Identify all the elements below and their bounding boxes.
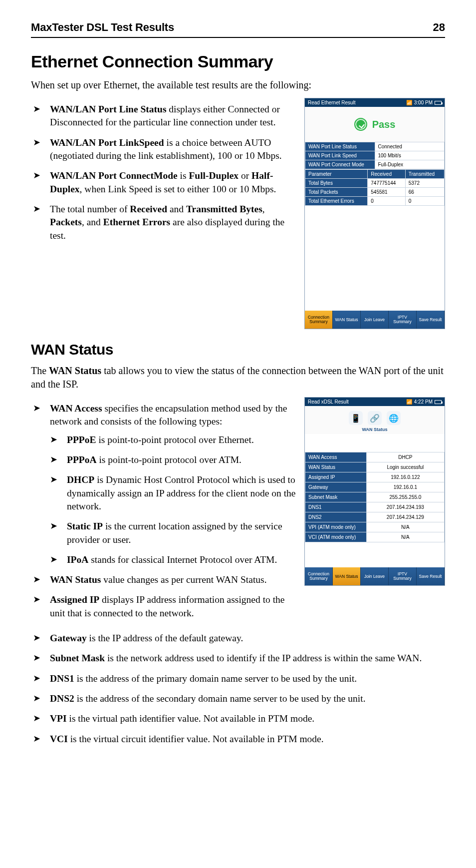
wan-status-intro: The WAN Status tab allows you to view th…	[31, 364, 445, 391]
tab-bar: Connection Summary WAN Status Join Leave…	[305, 567, 445, 585]
blank-area	[305, 206, 445, 311]
cell-key: DNS1	[305, 502, 367, 512]
cell-key: VCI (ATM mode only)	[305, 532, 367, 542]
cell-value: 66	[405, 188, 444, 197]
tab-wan-status[interactable]: WAN Status	[333, 567, 361, 585]
wan-status-label: WAN Status	[362, 427, 387, 432]
cell-key: Gateway	[305, 482, 367, 492]
table-row: Total Bytes7477751445372	[305, 179, 445, 188]
desc: is point-to-point protocol over Ethernet…	[96, 434, 254, 445]
stats-table: Parameter Received Transmitted Total Byt…	[305, 169, 445, 206]
term: Transmitted Bytes	[186, 204, 262, 214]
term: WAN/LAN Port Line Status	[50, 104, 166, 114]
list-item: WAN/LAN Port ConnectMode is Full-Duplex …	[31, 169, 298, 196]
term: Packets	[50, 217, 82, 227]
screenshot-titlebar: Read xDSL Result 📶 4:22 PM	[305, 398, 445, 406]
cell-key: WAN Port Link Speed	[305, 151, 375, 160]
table-row: DNS1207.164.234.193	[305, 502, 445, 512]
wan-access-sublist: PPPoE is point-to-point protocol over Et…	[50, 434, 298, 567]
term: Gateway	[50, 633, 87, 643]
tab-connection-summary[interactable]: Connection Summary	[305, 311, 333, 329]
term: DNS2	[50, 693, 74, 704]
wan-status-list-continued: Gateway is the IP address of the default…	[31, 632, 445, 746]
cell-key: WAN Port Connect Mode	[305, 160, 375, 169]
desc: is the virtual path identifier value. No…	[67, 713, 315, 724]
term: WAN/LAN Port LinkSpeed	[50, 137, 164, 148]
wan-status-screenshot: Read xDSL Result 📶 4:22 PM WAN Status	[304, 397, 445, 586]
desc: and	[167, 204, 186, 214]
screenshot-time: 4:22 PM	[414, 399, 433, 405]
tab-save-result[interactable]: Save Result	[417, 567, 445, 585]
screenshot-title: Read Ethernet Result	[308, 100, 356, 105]
cell-value: Login successful	[366, 462, 444, 472]
ethernet-summary-intro: When set up over Ethernet, the available…	[31, 78, 445, 92]
table-row: WAN Port Line StatusConnected	[305, 142, 445, 151]
list-item: WAN Access specifies the encapsulation m…	[31, 402, 298, 566]
cell-key: WAN Port Line Status	[305, 142, 375, 151]
tab-join-leave[interactable]: Join Leave	[361, 567, 389, 585]
desc: is Dynamic Host Control Protocol which i…	[67, 474, 296, 511]
tab-iptv-summary[interactable]: IPTV Summary	[389, 311, 417, 329]
col-parameter: Parameter	[305, 170, 368, 179]
blank-area	[305, 542, 445, 567]
text: The	[31, 365, 49, 376]
desc: , and	[82, 217, 103, 227]
term: DHCP	[67, 474, 94, 485]
cell-key: WAN Status	[305, 462, 367, 472]
term: WAN Access	[50, 403, 102, 414]
table-row: WAN Port Link Speed100 Mbit/s	[305, 151, 445, 160]
term: Received	[130, 204, 167, 214]
port-status-table: WAN Port Line StatusConnected WAN Port L…	[305, 142, 445, 169]
desc: The total number of	[50, 204, 130, 214]
tab-wan-status[interactable]: WAN Status	[333, 311, 361, 329]
table-row: Total Ethernet Errors00	[305, 197, 445, 206]
cell-key: DNS2	[305, 512, 367, 522]
term: VPI	[50, 713, 67, 724]
header-title: MaxTester DSL Test Results	[31, 21, 174, 34]
cell-value: 5372	[405, 179, 444, 188]
term: VCI	[50, 734, 68, 744]
table-row: VPI (ATM mode only)N/A	[305, 522, 445, 532]
screenshot-time: 3:00 PM	[414, 100, 433, 105]
wan-status-table: WAN AccessDHCP WAN StatusLogin successfu…	[305, 452, 445, 542]
desc: is the virtual circuit identifier value.…	[68, 734, 324, 744]
wan-status-list: WAN Access specifies the encapsulation m…	[31, 402, 298, 620]
ethernet-summary-heading: Ethernet Connection Summary	[31, 52, 445, 71]
cell-value: 545581	[368, 188, 405, 197]
phone-icon	[349, 411, 363, 425]
cell-value: N/A	[366, 522, 444, 532]
list-item: The total number of Received and Transmi…	[31, 203, 298, 242]
term: WAN Status	[49, 365, 101, 376]
term: Static IP	[67, 521, 103, 531]
battery-icon	[435, 101, 442, 105]
table-row: Gateway192.16.0.1	[305, 482, 445, 492]
list-item: DNS2 is the address of the secondary dom…	[31, 692, 445, 705]
tab-iptv-summary[interactable]: IPTV Summary	[389, 567, 417, 585]
screenshot-title: Read xDSL Result	[308, 399, 349, 405]
term: Ethernet Errors	[103, 217, 170, 227]
cell-key: Total Bytes	[305, 179, 368, 188]
cell-value: 192.16.0.122	[366, 472, 444, 482]
desc: is the network address used to identify …	[105, 653, 422, 663]
table-row: Total Packets54558166	[305, 188, 445, 197]
tab-connection-summary[interactable]: Connection Summary	[305, 567, 333, 585]
term: PPPoE	[67, 434, 96, 445]
desc: , when Link Speed is set to either 100 o…	[80, 184, 276, 194]
term: Assigned IP	[50, 594, 99, 605]
list-item: IPoA stands for classical Internet Proto…	[50, 553, 298, 566]
tab-join-leave[interactable]: Join Leave	[361, 311, 389, 329]
desc: is the IP address of the default gateway…	[87, 633, 243, 643]
term: WAN Status	[50, 574, 101, 585]
cell-value: 255.255.255.0	[366, 492, 444, 502]
table-row: WAN Port Connect ModeFull-Duplex	[305, 160, 445, 169]
wan-status-heading: WAN Status	[31, 341, 445, 358]
term: WAN/LAN Port ConnectMode	[50, 170, 178, 181]
pass-status-box: Pass	[305, 107, 445, 142]
ethernet-result-screenshot: Read Ethernet Result 📶 3:00 PM Pass WAN …	[304, 98, 445, 329]
page-header: MaxTester DSL Test Results 28	[31, 21, 445, 38]
cell-key: Subnet Mask	[305, 492, 367, 502]
desc: is	[178, 170, 189, 181]
tab-save-result[interactable]: Save Result	[417, 311, 445, 329]
cell-value: 747775144	[368, 179, 405, 188]
cell-key: Assigned IP	[305, 472, 367, 482]
